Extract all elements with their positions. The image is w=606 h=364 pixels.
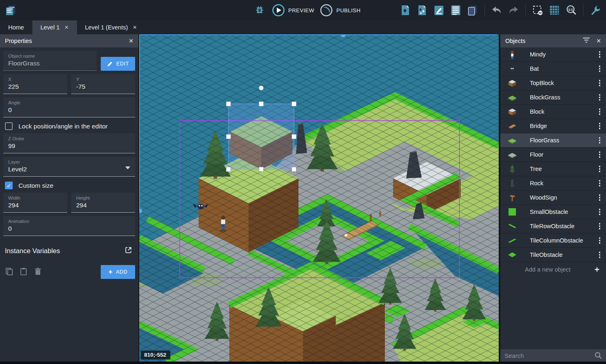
custom-size-checkbox[interactable]: ✓ <box>5 182 13 189</box>
object-item-tilerowobstacle[interactable]: TileRowObstacle <box>500 219 606 234</box>
bottom-strip <box>0 362 606 364</box>
redo-icon[interactable] <box>507 4 520 17</box>
object-item-floorgrass[interactable]: FloorGrass <box>500 133 606 148</box>
debugger-bug-icon[interactable] <box>253 4 266 17</box>
deselect-marquee-icon[interactable] <box>531 4 544 17</box>
tab-home[interactable]: Home <box>0 20 32 34</box>
duplicate-pages-icon[interactable] <box>466 4 479 17</box>
scene-render <box>139 34 499 362</box>
tab-level1-events[interactable]: Level 1 (Events) ✕ <box>77 20 145 34</box>
kebab-menu-icon[interactable] <box>599 65 601 72</box>
kebab-menu-icon[interactable] <box>599 123 601 129</box>
object-item-tileobstacle[interactable]: TileObstacle <box>500 248 606 262</box>
block-thumbnail <box>507 106 518 117</box>
layer-value: Level2 <box>8 165 131 173</box>
properties-close-icon[interactable]: ✕ <box>129 38 133 44</box>
object-item-bat[interactable]: Bat <box>500 62 606 76</box>
width-field[interactable]: Width 294 <box>3 193 67 213</box>
tab-level1-events-close-icon[interactable]: ✕ <box>133 25 137 30</box>
edit-button[interactable]: EDIT <box>101 57 135 71</box>
lock-position-checkbox[interactable] <box>5 122 13 130</box>
kebab-menu-icon[interactable] <box>599 80 601 86</box>
zoom-original-icon[interactable]: 1:1 <box>565 4 578 17</box>
plus-icon: + <box>109 268 113 276</box>
object-name-label: Object name <box>8 53 93 59</box>
kebab-menu-icon[interactable] <box>599 51 601 58</box>
tab-level1-close-icon[interactable]: ✕ <box>64 25 68 30</box>
object-item-block[interactable]: Block <box>500 105 606 119</box>
paste-icon[interactable] <box>19 267 28 277</box>
kebab-menu-icon[interactable] <box>599 166 601 172</box>
object-item-smallobstacle[interactable]: SmallObstacle <box>500 205 606 219</box>
open-variables-icon[interactable] <box>124 246 133 256</box>
animation-field[interactable]: Animation 0 <box>3 216 135 236</box>
vertical-scrollbar[interactable] <box>139 34 140 211</box>
scene-canvas[interactable]: 810;-552 <box>139 34 499 362</box>
add-variable-button[interactable]: + ADD <box>101 265 135 279</box>
x-value: 225 <box>8 82 63 91</box>
chevron-down-icon <box>125 166 130 169</box>
object-item-woodsign[interactable]: WoodSign <box>500 191 606 205</box>
objects-list-icon[interactable] <box>416 4 429 17</box>
undo-icon[interactable] <box>490 4 503 17</box>
custom-size-row[interactable]: ✓ Custom size <box>5 182 135 189</box>
publish-button[interactable]: PUBLISH <box>320 4 360 17</box>
add-new-object-button[interactable]: Add a new object + <box>500 262 606 276</box>
angle-field[interactable]: Angle 0 <box>3 97 135 117</box>
edit-scene-icon[interactable] <box>432 4 445 17</box>
kebab-menu-icon[interactable] <box>599 252 601 258</box>
object-item-blockgrass[interactable]: BlockGrass <box>500 90 606 105</box>
objects-panel: Objects ✕ Mindy Bat TopBlock BlockGrass … <box>500 34 606 362</box>
z-order-field[interactable]: Z Order 99 <box>3 133 135 153</box>
object-item-bridge[interactable]: Bridge <box>500 119 606 133</box>
y-field[interactable]: Y -75 <box>71 74 135 94</box>
copy-icon[interactable] <box>5 267 14 277</box>
new-object-icon[interactable] <box>399 4 412 17</box>
kebab-menu-icon[interactable] <box>599 209 601 215</box>
object-item-floor[interactable]: Floor <box>500 148 606 162</box>
preview-button[interactable]: PREVIEW <box>272 4 314 17</box>
custom-size-label: Custom size <box>18 182 53 189</box>
object-item-topblock[interactable]: TopBlock <box>500 76 606 90</box>
objects-close-icon[interactable]: ✕ <box>596 38 601 44</box>
grid-icon[interactable] <box>548 4 561 17</box>
objects-search-input[interactable]: Search <box>500 349 606 362</box>
trash-icon[interactable] <box>34 267 42 277</box>
kebab-menu-icon[interactable] <box>599 137 601 144</box>
object-label: Rock <box>530 180 543 186</box>
horizontal-scrollbar[interactable] <box>141 34 497 35</box>
height-field[interactable]: Height 294 <box>71 193 135 213</box>
object-item-tree[interactable]: Tree <box>500 162 606 176</box>
search-placeholder: Search <box>504 352 524 359</box>
kebab-menu-icon[interactable] <box>599 108 601 115</box>
kebab-menu-icon[interactable] <box>599 180 601 186</box>
layer-label: Layer <box>8 159 131 165</box>
object-label: Tree <box>530 166 542 172</box>
toolbar-divider <box>583 4 583 16</box>
layers-list-icon[interactable] <box>449 4 462 17</box>
plus-icon: + <box>595 265 599 274</box>
filter-icon[interactable] <box>583 37 590 45</box>
kebab-menu-icon[interactable] <box>599 194 601 201</box>
kebab-menu-icon[interactable] <box>599 94 601 101</box>
project-manager-icon[interactable] <box>4 4 17 17</box>
object-item-tilecolumnobstacle[interactable]: TileColumnObstacle <box>500 234 606 248</box>
panel-divider <box>499 34 500 364</box>
height-value: 294 <box>76 201 131 209</box>
kebab-menu-icon[interactable] <box>599 151 601 158</box>
object-item-rock[interactable]: Rock <box>500 176 606 191</box>
object-item-mindy[interactable]: Mindy <box>500 47 606 62</box>
y-value: -75 <box>76 82 131 91</box>
floor-thumbnail <box>507 149 518 160</box>
x-field[interactable]: X 225 <box>3 74 67 94</box>
settings-wrench-icon[interactable] <box>589 4 602 17</box>
object-label: Bridge <box>530 123 547 129</box>
kebab-menu-icon[interactable] <box>599 223 601 229</box>
kebab-menu-icon[interactable] <box>599 237 601 244</box>
object-name-field[interactable]: Object name FloorGrass <box>3 51 97 71</box>
rotate-handle[interactable] <box>259 86 264 90</box>
properties-header: Properties ✕ <box>0 34 138 47</box>
lock-position-row[interactable]: Lock position/angle in the editor <box>5 122 135 130</box>
tab-level1[interactable]: Level 1 ✕ <box>32 20 77 34</box>
layer-select[interactable]: Layer Level2 <box>3 157 135 177</box>
